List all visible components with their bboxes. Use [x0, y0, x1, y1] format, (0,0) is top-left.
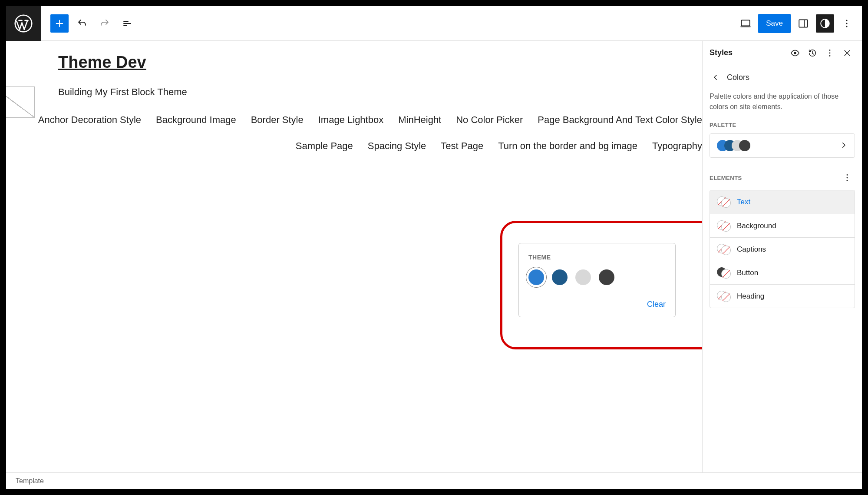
elements-section-label: ELEMENTS	[710, 175, 839, 181]
document-overview-button[interactable]	[118, 14, 136, 33]
more-options-button[interactable]	[838, 14, 856, 33]
element-row-captions[interactable]: Captions	[710, 237, 855, 261]
palette-section-label: PALETTE	[703, 120, 862, 133]
color-indicator	[717, 291, 731, 302]
wordpress-icon	[14, 14, 33, 33]
element-row-background[interactable]: Background	[710, 214, 855, 237]
sidebar-description: Palette colors and the application of th…	[703, 90, 862, 120]
nav-item[interactable]: Anchor Decoration Style	[38, 114, 141, 126]
kebab-icon	[842, 173, 852, 183]
element-label: Background	[737, 222, 776, 230]
color-swatch-2[interactable]	[552, 269, 568, 285]
back-button[interactable]	[710, 71, 722, 83]
svg-point-10	[829, 55, 831, 56]
color-swatch-4[interactable]	[599, 269, 614, 285]
kebab-icon	[825, 48, 835, 58]
color-indicator	[717, 196, 731, 208]
elements-more-button[interactable]	[839, 170, 855, 186]
panel-icon	[798, 18, 809, 29]
list-icon	[122, 18, 132, 29]
styles-sidebar: Styles Colors Pale	[702, 41, 862, 472]
site-nav: Anchor Decoration Style Background Image…	[6, 106, 702, 152]
svg-point-12	[847, 177, 848, 179]
site-logo-placeholder[interactable]	[6, 86, 35, 118]
color-swatch-1[interactable]	[528, 269, 544, 285]
svg-point-9	[829, 52, 831, 53]
svg-point-7	[794, 52, 796, 54]
nav-item[interactable]: Typography	[652, 140, 702, 152]
palette-preview	[717, 140, 746, 151]
svg-point-6	[846, 26, 847, 27]
styles-toggle[interactable]	[816, 14, 834, 33]
chevron-right-icon	[840, 141, 848, 150]
half-circle-icon	[819, 18, 831, 29]
nav-item[interactable]: Page Background And Text Color Style	[538, 114, 702, 126]
sidebar-section-title: Colors	[727, 73, 749, 82]
site-tagline[interactable]: Building My First Block Theme	[58, 86, 654, 98]
element-label: Captions	[737, 245, 766, 254]
plus-icon	[55, 19, 64, 28]
svg-point-4	[846, 20, 847, 21]
color-swatch-3[interactable]	[575, 269, 591, 285]
element-row-button[interactable]: Button	[710, 261, 855, 284]
sidebar-title: Styles	[710, 48, 785, 57]
popover-section-title: THEME	[528, 254, 666, 261]
editor-canvas: Theme Dev Building My First Block Theme …	[6, 41, 702, 472]
element-row-heading[interactable]: Heading	[710, 284, 855, 308]
color-indicator	[717, 267, 731, 279]
eye-icon	[790, 48, 800, 58]
footer-label: Template	[16, 477, 44, 485]
elements-list: TextBackgroundCaptionsButtonHeading	[710, 190, 855, 308]
wordpress-logo-button[interactable]	[6, 6, 41, 41]
color-indicator	[717, 220, 731, 232]
color-picker-popover: THEME Clear	[518, 243, 676, 317]
kebab-icon	[842, 18, 852, 29]
redo-button[interactable]	[96, 14, 114, 33]
revisions-button[interactable]	[805, 45, 820, 61]
styles-more-button[interactable]	[822, 45, 838, 61]
nav-item[interactable]: Test Page	[441, 140, 483, 152]
chevron-left-icon	[712, 73, 719, 81]
add-block-button[interactable]	[50, 14, 69, 33]
editor-toolbar: Save	[6, 6, 862, 41]
nav-item[interactable]: Sample Page	[296, 140, 353, 152]
color-indicator	[717, 244, 731, 255]
undo-button[interactable]	[73, 14, 91, 33]
footer-breadcrumb[interactable]: Template	[6, 472, 862, 489]
svg-point-5	[846, 23, 847, 24]
element-label: Text	[737, 198, 750, 206]
element-label: Heading	[737, 292, 764, 301]
history-icon	[808, 48, 817, 58]
site-title[interactable]: Theme Dev	[58, 53, 654, 72]
nav-item[interactable]: No Color Picker	[456, 114, 523, 126]
element-label: Button	[737, 269, 758, 277]
close-sidebar-button[interactable]	[839, 45, 855, 61]
view-button[interactable]	[736, 14, 755, 33]
desktop-icon	[740, 18, 751, 29]
svg-rect-2	[799, 20, 808, 27]
style-book-button[interactable]	[787, 45, 803, 61]
nav-item[interactable]: Spacing Style	[368, 140, 426, 152]
nav-item[interactable]: Border Style	[251, 114, 304, 126]
nav-item[interactable]: Background Image	[156, 114, 236, 126]
svg-point-8	[829, 50, 831, 51]
palette-row[interactable]	[710, 133, 855, 158]
settings-sidebar-toggle[interactable]	[794, 14, 812, 33]
nav-item[interactable]: Turn on the border and bg image	[498, 140, 637, 152]
element-row-text[interactable]: Text	[710, 190, 855, 214]
redo-icon	[99, 18, 110, 29]
nav-item[interactable]: Image Lightbox	[318, 114, 383, 126]
svg-rect-1	[742, 20, 750, 26]
svg-point-11	[847, 174, 848, 176]
svg-point-13	[847, 180, 848, 181]
close-icon	[843, 49, 851, 57]
undo-icon	[77, 18, 87, 29]
save-button[interactable]: Save	[758, 14, 791, 33]
nav-item[interactable]: MinHeight	[398, 114, 441, 126]
clear-button[interactable]: Clear	[528, 300, 666, 309]
